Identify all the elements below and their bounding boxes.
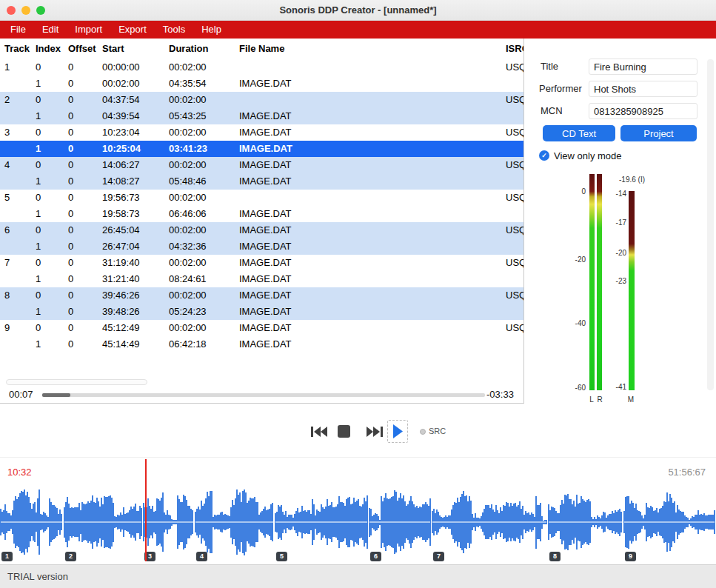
menu-tools[interactable]: Tools: [155, 21, 193, 39]
src-indicator[interactable]: [420, 429, 426, 435]
horizontal-scrollbar-thumb[interactable]: [6, 379, 147, 385]
track-badge[interactable]: 7: [433, 552, 444, 561]
track-badge[interactable]: 4: [196, 552, 207, 561]
table-row[interactable]: 1000:02:0004:35:54IMAGE.DAT: [0, 76, 523, 92]
column-header-duration[interactable]: Duration: [169, 39, 208, 59]
cell-duration: 04:35:54: [169, 76, 207, 92]
cell-start: 45:14:49: [102, 336, 140, 353]
level-meter-left: [589, 174, 595, 390]
cursor-time: 10:32: [7, 467, 32, 478]
table-row[interactable]: 1019:58:7306:46:06IMAGE.DAT: [0, 206, 523, 222]
cell-index: 0: [36, 157, 41, 173]
track-badge[interactable]: 8: [549, 552, 561, 561]
remaining-time: -03:33: [486, 389, 514, 400]
track-badge[interactable]: 9: [625, 552, 636, 561]
column-header-offset[interactable]: Offset: [68, 39, 96, 59]
column-header-track[interactable]: Track: [4, 39, 30, 59]
table-row[interactable]: 40014:06:2700:02:00IMAGE.DATUSQ: [0, 157, 523, 173]
previous-track-button[interactable]: [311, 426, 328, 438]
cell-isrc: USQ: [506, 157, 524, 173]
seek-slider-thumb[interactable]: [42, 393, 70, 397]
table-row[interactable]: 70031:19:4000:02:00IMAGE.DATUSQ: [0, 255, 523, 271]
cell-index: 0: [36, 255, 41, 271]
table-row[interactable]: 80039:46:2600:02:00IMAGE.DATUSQ: [0, 287, 523, 304]
column-header-file[interactable]: File Name: [239, 39, 284, 59]
cell-offset: 0: [68, 206, 73, 222]
cell-index: 1: [36, 336, 41, 353]
menu-bar: FileEditImportExportToolsHelp: [0, 21, 716, 39]
cell-isrc: USQ: [506, 287, 524, 304]
cell-start: 00:02:00: [102, 76, 140, 92]
menu-help[interactable]: Help: [193, 21, 230, 39]
table-row[interactable]: 10000:00:0000:02:00USQ: [0, 59, 523, 76]
cd-text-button[interactable]: CD Text: [543, 125, 615, 141]
titlebar: Sonoris DDP Creator - [unnamed*]: [0, 0, 716, 21]
cell-track: 5: [4, 190, 10, 206]
menu-import[interactable]: Import: [67, 21, 110, 39]
cell-track: 4: [4, 157, 10, 173]
cell-file: IMAGE.DAT: [239, 124, 292, 141]
cell-start: 14:08:27: [102, 173, 140, 190]
playhead-cursor[interactable]: [145, 459, 147, 561]
cell-index: 0: [36, 92, 41, 108]
cell-track: 2: [4, 92, 10, 108]
loudness-scale-label: -17: [604, 218, 626, 227]
cell-start: 19:58:73: [102, 206, 140, 222]
cell-offset: 0: [68, 255, 73, 271]
table-row[interactable]: 60026:45:0400:02:00IMAGE.DATUSQ: [0, 222, 523, 238]
table-row[interactable]: 1026:47:0404:32:36IMAGE.DAT: [0, 238, 523, 255]
column-header-isrc[interactable]: ISRC: [506, 39, 524, 59]
menu-edit[interactable]: Edit: [34, 21, 67, 39]
table-row[interactable]: 1031:21:4008:24:61IMAGE.DAT: [0, 271, 523, 287]
table-row[interactable]: 1039:48:2605:24:23IMAGE.DAT: [0, 304, 523, 320]
menu-export[interactable]: Export: [110, 21, 155, 39]
loudness-scale-label: -14: [604, 190, 626, 198]
track-badge[interactable]: 2: [65, 552, 76, 561]
cell-start: 31:19:40: [102, 255, 140, 271]
table-row[interactable]: 90045:12:4900:02:00IMAGE.DATUSQ: [0, 320, 523, 336]
menu-file[interactable]: File: [2, 21, 34, 39]
track-badge[interactable]: 5: [276, 552, 287, 561]
cell-start: 31:21:40: [102, 271, 140, 287]
track-table: TrackIndexOffsetStartDurationFile NameIS…: [0, 39, 524, 404]
table-row[interactable]: 50019:56:7300:02:00USQ: [0, 190, 523, 206]
table-row[interactable]: 20004:37:5400:02:00USQ: [0, 92, 523, 108]
cell-isrc: USQ: [506, 255, 524, 271]
cell-file: IMAGE.DAT: [239, 222, 292, 238]
cell-index: 0: [36, 222, 41, 238]
stop-button[interactable]: [338, 425, 350, 438]
table-row[interactable]: 30010:23:0400:02:00IMAGE.DATUSQ: [0, 124, 523, 141]
performer-input[interactable]: [589, 81, 697, 97]
cell-isrc: USQ: [506, 124, 524, 141]
cell-duration: 00:02:00: [169, 157, 207, 173]
cell-isrc: USQ: [506, 59, 524, 76]
mcn-input[interactable]: [589, 103, 697, 119]
app-window: Sonoris DDP Creator - [unnamed*] FileEdi…: [0, 0, 716, 588]
cell-file: IMAGE.DAT: [239, 304, 292, 320]
cell-offset: 0: [68, 238, 73, 255]
title-input[interactable]: [589, 59, 697, 75]
track-badge[interactable]: 6: [370, 552, 381, 561]
project-button[interactable]: Project: [620, 125, 697, 141]
level-meter-right: [597, 174, 602, 390]
next-track-button[interactable]: [366, 426, 383, 438]
waveform-canvas[interactable]: [0, 485, 716, 559]
total-time: 51:56:67: [668, 467, 706, 478]
table-row[interactable]: 1004:39:5405:43:25IMAGE.DAT: [0, 108, 523, 124]
cell-isrc: USQ: [506, 320, 524, 336]
view-only-check-icon[interactable]: ✓: [539, 150, 549, 161]
table-header: TrackIndexOffsetStartDurationFile NameIS…: [0, 39, 523, 59]
cell-track: 3: [4, 124, 10, 141]
window-title: Sonoris DDP Creator - [unnamed*]: [0, 0, 716, 21]
track-badge[interactable]: 1: [1, 552, 13, 561]
column-header-index[interactable]: Index: [36, 39, 61, 59]
cell-duration: 05:48:46: [169, 173, 207, 190]
table-row[interactable]: 1010:25:0403:41:23IMAGE.DAT: [0, 141, 523, 157]
seek-slider[interactable]: [42, 393, 485, 397]
table-row[interactable]: 1014:08:2705:48:46IMAGE.DAT: [0, 173, 523, 190]
panel-scrollbar[interactable]: [707, 59, 714, 390]
table-row[interactable]: 1045:14:4906:42:18IMAGE.DAT: [0, 336, 523, 353]
cell-file: IMAGE.DAT: [239, 157, 292, 173]
column-header-start[interactable]: Start: [102, 39, 124, 59]
play-button[interactable]: [387, 420, 408, 443]
